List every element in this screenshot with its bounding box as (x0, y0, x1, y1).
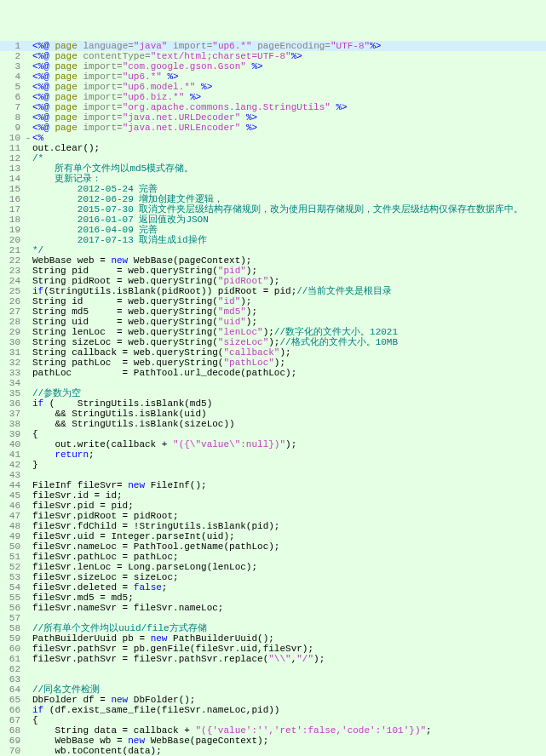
code-content[interactable]: String uid = web.queryString("uid"); (32, 317, 257, 327)
fold-marker[interactable] (24, 725, 32, 736)
fold-marker[interactable] (24, 736, 32, 746)
code-content[interactable]: PathBuilderUuid pb = new PathBuilderUuid… (32, 633, 274, 644)
code-content[interactable]: pathLoc = PathTool.url_decode(pathLoc); (32, 368, 296, 378)
fold-marker[interactable] (24, 715, 32, 725)
fold-marker[interactable] (24, 337, 32, 347)
fold-marker[interactable] (24, 664, 32, 674)
fold-marker[interactable] (24, 603, 32, 613)
code-content[interactable]: //所有单个文件均以uuid/file方式存储 (32, 623, 207, 633)
fold-marker[interactable] (24, 153, 32, 163)
fold-marker[interactable] (24, 276, 32, 286)
code-content[interactable]: //参数为空 (32, 388, 81, 398)
code-content[interactable]: fileSvr.fdChild = !StringUtils.isBlank(p… (32, 521, 279, 531)
code-content[interactable]: out.clear(); (32, 143, 100, 153)
fold-marker[interactable] (24, 225, 32, 235)
code-content[interactable]: <%@ page language="java" import="up6.*" … (32, 41, 381, 51)
fold-marker[interactable] (24, 102, 32, 112)
fold-marker[interactable] (24, 572, 32, 582)
code-content[interactable]: if (df.exist_same_file(fileSvr.nameLoc,p… (32, 705, 279, 715)
fold-marker[interactable] (24, 398, 32, 409)
fold-marker[interactable] (24, 286, 32, 296)
fold-marker[interactable] (24, 470, 32, 480)
fold-marker[interactable] (24, 409, 32, 419)
code-content[interactable]: fileSvr.md5 = md5; (32, 593, 134, 603)
fold-marker[interactable] (24, 623, 32, 633)
fold-marker[interactable] (24, 490, 32, 501)
fold-marker[interactable] (24, 746, 32, 756)
code-content[interactable]: WebBase web = new WebBase(pageContext); (32, 255, 251, 266)
code-content[interactable]: 2012-06-29 增加创建文件逻辑， (32, 194, 223, 204)
fold-marker[interactable] (24, 317, 32, 327)
code-content[interactable]: fileSvr.pathLoc = pathLoc; (32, 552, 179, 562)
fold-marker[interactable] (24, 215, 32, 225)
fold-marker[interactable] (24, 112, 32, 123)
code-content[interactable]: fileSvr.id = id; (32, 490, 123, 501)
code-content[interactable]: String data = callback + "({'value':'','… (32, 725, 432, 736)
fold-marker[interactable] (24, 633, 32, 644)
fold-marker[interactable] (24, 327, 32, 337)
fold-marker[interactable] (24, 429, 32, 439)
code-content[interactable]: fileSvr.pidRoot = pidRoot; (32, 511, 179, 521)
code-content[interactable]: <%@ page contentType="text/html;charset=… (32, 51, 302, 61)
code-content[interactable]: <%@ page import="java.net.URLDecoder" %> (32, 112, 257, 123)
fold-marker[interactable] (24, 541, 32, 552)
code-content[interactable]: if ( StringUtils.isBlank(md5) (32, 398, 212, 409)
code-content[interactable]: String id = web.queryString("id"); (32, 296, 251, 306)
fold-marker[interactable] (24, 552, 32, 562)
fold-marker[interactable] (24, 358, 32, 368)
code-content[interactable]: String md5 = web.queryString("md5"); (32, 306, 257, 317)
code-content[interactable]: 更新记录： (32, 174, 101, 184)
code-content[interactable]: DbFolder df = new DbFolder(); (32, 695, 195, 705)
fold-marker[interactable] (24, 654, 32, 664)
code-content[interactable]: wb.toContent(data); (32, 746, 162, 756)
fold-marker[interactable] (24, 705, 32, 715)
code-content[interactable]: 所有单个文件均以md5模式存储。 (32, 163, 193, 174)
fold-marker[interactable] (24, 562, 32, 572)
code-content[interactable]: fileSvr.pathSvr = pb.genFile(fileSvr.uid… (32, 644, 313, 654)
fold-marker[interactable] (24, 245, 32, 255)
fold-marker[interactable] (24, 695, 32, 705)
code-content[interactable]: { (32, 429, 38, 439)
fold-marker[interactable] (24, 255, 32, 266)
fold-marker[interactable] (24, 194, 32, 204)
code-content[interactable]: { (32, 715, 38, 725)
fold-marker[interactable] (24, 92, 32, 102)
code-content[interactable]: if(StringUtils.isBlank(pidRoot)) pidRoot… (32, 286, 392, 296)
fold-marker[interactable] (24, 531, 32, 541)
fold-marker[interactable] (24, 460, 32, 470)
code-content[interactable]: fileSvr.uid = Integer.parseInt(uid); (32, 531, 235, 541)
code-content[interactable]: fileSvr.deleted = false; (32, 582, 167, 593)
code-content[interactable]: WebBase wb = new WebBase(pageContext); (32, 736, 268, 746)
fold-marker[interactable] (24, 521, 32, 531)
fold-marker[interactable] (24, 235, 32, 245)
code-content[interactable]: <%@ page import="up6.biz.*" %> (32, 92, 201, 102)
fold-marker[interactable] (24, 419, 32, 429)
fold-marker[interactable] (24, 266, 32, 276)
fold-marker[interactable] (24, 347, 32, 358)
code-content[interactable]: String callback = web.queryString("callb… (32, 347, 291, 358)
code-content[interactable]: String pid = web.queryString("pid"); (32, 266, 257, 276)
code-content[interactable]: //同名文件检测 (32, 684, 100, 695)
code-content[interactable]: <%@ page import="up6.*" %> (32, 72, 179, 82)
fold-marker[interactable] (24, 450, 32, 460)
code-content[interactable]: fileSvr.lenLoc = Long.parseLong(lenLoc); (32, 562, 257, 572)
fold-marker[interactable] (24, 582, 32, 593)
code-content[interactable]: fileSvr.pathSvr = fileSvr.pathSvr.replac… (32, 654, 325, 664)
code-content[interactable]: FileInf fileSvr= new FileInf(); (32, 480, 207, 490)
fold-marker[interactable] (24, 378, 32, 388)
code-content[interactable]: fileSvr.nameSvr = fileSvr.nameLoc; (32, 603, 223, 613)
fold-marker[interactable] (24, 41, 32, 51)
code-content[interactable]: 2015-07-30 取消文件夹层级结构存储规则，改为使用日期存储规则，文件夹层… (32, 204, 523, 215)
code-content[interactable]: return; (32, 450, 95, 460)
code-content[interactable]: 2017-07-13 取消生成id操作 (32, 235, 207, 245)
code-content[interactable]: <%@ page import="com.google.gson.Gson" %… (32, 61, 263, 72)
code-content[interactable]: */ (32, 245, 43, 255)
fold-marker[interactable] (24, 674, 32, 684)
code-content[interactable]: fileSvr.pid = pid; (32, 501, 134, 511)
fold-marker[interactable] (24, 72, 32, 82)
fold-marker[interactable] (24, 306, 32, 317)
fold-marker[interactable] (24, 184, 32, 194)
fold-marker[interactable]: - (24, 133, 32, 143)
fold-marker[interactable] (24, 613, 32, 623)
fold-marker[interactable] (24, 684, 32, 695)
